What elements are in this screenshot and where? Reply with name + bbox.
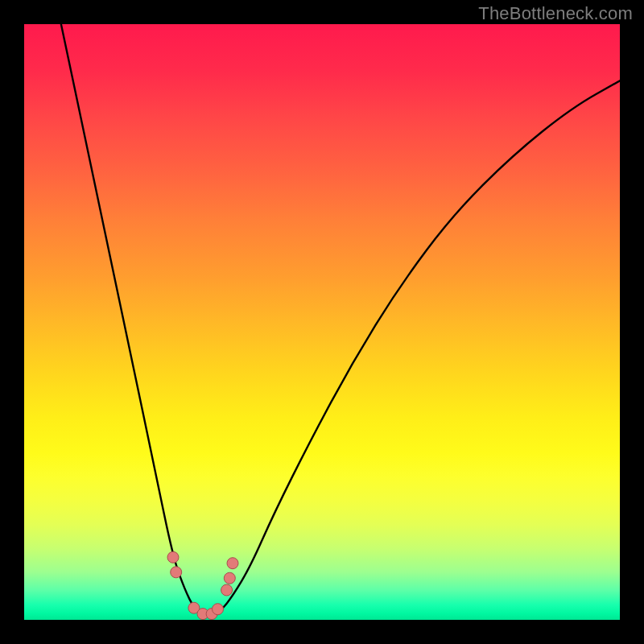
bottleneck-curve [61,24,620,614]
trough-marker [213,604,224,615]
trough-marker [167,551,179,563]
trough-marker [221,584,233,596]
curve-layer [24,24,620,620]
trough-markers [167,551,238,619]
plot-area [24,24,620,620]
trough-marker [227,558,238,569]
watermark-text: TheBottleneck.com [478,3,633,24]
trough-marker [224,572,235,584]
trough-marker [171,567,182,578]
chart-container: TheBottleneck.com [0,0,644,644]
